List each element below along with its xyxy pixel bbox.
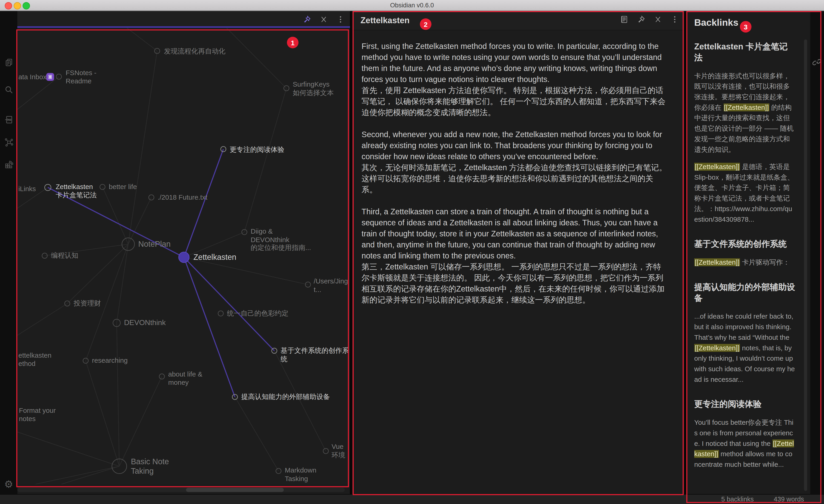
- note-paragraph: Third, a Zettelkasten can store a train …: [362, 206, 668, 305]
- note-title: Zettelkasten: [360, 16, 409, 25]
- graph-node-label[interactable]: Markdown Tasking: [285, 466, 316, 483]
- backlink-snippet[interactable]: 卡片的连接形式也可以很多样，既可以没有连接，也可以和很多张连接。要想将它们连接起…: [694, 71, 796, 155]
- pane-divider[interactable]: [350, 11, 352, 494]
- graph-node-label[interactable]: ata Inbox: [18, 73, 46, 81]
- graph-node-circle[interactable]: [218, 311, 223, 316]
- graph-node-circle[interactable]: [179, 252, 189, 263]
- graph-node-circle[interactable]: [44, 184, 51, 191]
- pin-icon[interactable]: [302, 15, 311, 24]
- graph-icon[interactable]: [3, 137, 14, 148]
- graph-node-label[interactable]: Diigo & DEVONthink 的定位和使用指南...: [250, 227, 311, 252]
- link-icon[interactable]: [812, 57, 822, 68]
- note-pane: Zettelkasten First, using the Zettelkast…: [352, 11, 684, 494]
- close-icon[interactable]: [653, 15, 662, 24]
- backlinks-scrollbar-thumb[interactable]: [804, 39, 807, 491]
- backlinks-pane: Backlinks Zettelkasten 卡片盒笔记法卡片的连接形式也可以很…: [686, 11, 810, 494]
- graph-node-label[interactable]: 编程认知: [51, 252, 78, 260]
- graph-node-label[interactable]: about life & money: [168, 370, 202, 386]
- obsidian-window: Obsidian v0.6.0 ⚙ 发现流程化再自动化ata InboxFSNo…: [0, 0, 824, 504]
- backlink-section-heading[interactable]: 提高认知能力的外部辅助设备: [694, 281, 796, 303]
- snippet-text: ...of ideas he could refer back to, but …: [694, 312, 793, 341]
- graph-node-label[interactable]: 提高认知能力的外部辅助设备: [241, 393, 330, 401]
- gear-icon[interactable]: ⚙: [3, 479, 14, 490]
- graph-node-label[interactable]: /Users/Jing t...: [314, 277, 348, 293]
- graph-node-label[interactable]: Basic Note Taking: [131, 457, 169, 476]
- backlinks-content: Backlinks Zettelkasten 卡片盒笔记法卡片的连接形式也可以很…: [694, 17, 796, 494]
- backlink-snippet[interactable]: ...of ideas he could refer back to, but …: [694, 311, 796, 385]
- active-pane-accent: [17, 26, 350, 28]
- graph-pane-header: [17, 11, 350, 27]
- graph-node-label[interactable]: researching: [92, 357, 128, 365]
- vault-icon[interactable]: [3, 159, 14, 170]
- note-paragraph: Second, whenever you add a new note, the…: [362, 129, 668, 195]
- backlink-count: 5 backlinks: [721, 496, 754, 503]
- graph-horizontal-scrollbar-thumb[interactable]: [186, 488, 284, 492]
- graph-node-label[interactable]: better life: [109, 182, 137, 191]
- graph-node-label[interactable]: ./2018 Future.txt: [158, 193, 207, 202]
- backlinks-sections: Zettelkasten 卡片盒笔记法卡片的连接形式也可以很多样，既可以没有连接…: [694, 41, 796, 470]
- left-ribbon: ⚙: [0, 11, 17, 494]
- window-title: Obsidian v0.6.0: [0, 2, 824, 9]
- graph-node-label[interactable]: DEVONthink: [124, 318, 166, 327]
- graph-node-label[interactable]: FSNotes - Readme: [66, 69, 97, 85]
- graph-node-label[interactable]: 更专注的阅读体验: [230, 145, 284, 154]
- graph-node-label[interactable]: NotePlan: [138, 239, 171, 249]
- note-pane-header: Zettelkasten: [352, 11, 684, 30]
- pane-divider[interactable]: [684, 11, 686, 494]
- search-icon[interactable]: [3, 85, 14, 95]
- snippet-text: 是德语，英语是 Slip-box，翻译过来就是纸条盒、便签盒、卡片盒子、卡片箱；…: [694, 163, 794, 223]
- close-icon[interactable]: [319, 15, 328, 24]
- pin-icon[interactable]: [636, 15, 645, 24]
- graph-node-label[interactable]: 投资理财: [74, 299, 101, 307]
- graph-header-icons: [302, 11, 345, 27]
- highlighted-link[interactable]: [[Zettelkasten]]: [694, 163, 740, 171]
- graph-node-circle[interactable]: [221, 147, 226, 152]
- graph-horizontal-scrollbar[interactable]: [17, 488, 345, 492]
- backlink-section-heading[interactable]: 更专注的阅读体验: [694, 399, 796, 410]
- graph-node-label[interactable]: SurfingKeys 如何选择文本: [293, 81, 334, 97]
- more-options-icon[interactable]: [670, 15, 679, 24]
- graph-node-label[interactable]: 统一自己的色彩约定: [227, 309, 288, 318]
- graph-node-label[interactable]: ettelkasten ethod: [18, 351, 51, 368]
- files-icon[interactable]: [3, 57, 14, 68]
- backlink-snippet[interactable]: [[Zettelkasten]] 卡片驱动写作：: [694, 257, 796, 268]
- highlighted-link[interactable]: [[Zettelkasten]]: [724, 103, 769, 111]
- backlink-snippet[interactable]: [[Zettelkasten]] 是德语，英语是 Slip-box，翻译过来就是…: [694, 162, 796, 225]
- graph-node-label[interactable]: 发现流程化再自动化: [164, 47, 225, 55]
- backlink-snippet[interactable]: You’ll focus better你会更专注 This one is fro…: [694, 417, 796, 470]
- graph-pane: 发现流程化再自动化ata InboxFSNotes - ReadmeSurfin…: [17, 11, 350, 494]
- note-paragraph: First, using the Zettelkasten method for…: [362, 40, 668, 118]
- graph-node-label[interactable]: Format your notes: [19, 406, 56, 423]
- snippet-text: 卡片驱动写作：: [740, 258, 790, 266]
- graph-node-label[interactable]: Zettelkasten 卡片盒笔记法: [56, 182, 97, 199]
- drafts-app-icon: [46, 73, 54, 81]
- backlinks-title: Backlinks: [694, 17, 796, 28]
- window-titlebar: Obsidian v0.6.0: [0, 0, 824, 11]
- right-ribbon: [810, 11, 824, 494]
- note-header-icons: [620, 11, 679, 27]
- more-options-icon[interactable]: [336, 15, 345, 24]
- backlink-section-heading[interactable]: 基于文件系统的创作系统: [694, 238, 796, 249]
- backlink-section-heading[interactable]: Zettelkasten 卡片盒笔记法: [694, 41, 796, 63]
- graph-node-label[interactable]: Vue 环境: [331, 443, 345, 459]
- status-bar: 5 backlinks 439 words: [0, 494, 824, 504]
- word-count: 439 words: [774, 496, 804, 503]
- graph-node-label[interactable]: iLinks: [18, 185, 36, 193]
- graph-canvas[interactable]: 发现流程化再自动化ata InboxFSNotes - ReadmeSurfin…: [17, 28, 350, 484]
- open-file-icon[interactable]: [3, 114, 14, 125]
- highlighted-link[interactable]: [[Zettelkasten]]: [694, 344, 740, 352]
- note-content[interactable]: First, using the Zettelkasten method for…: [362, 40, 668, 494]
- highlighted-link[interactable]: [[Zettelkasten]]: [694, 258, 740, 266]
- graph-node-label[interactable]: Zettelkasten: [193, 252, 236, 262]
- reading-view-icon[interactable]: [620, 15, 629, 24]
- graph-node-label[interactable]: 基于文件系统的创作系统: [281, 347, 350, 363]
